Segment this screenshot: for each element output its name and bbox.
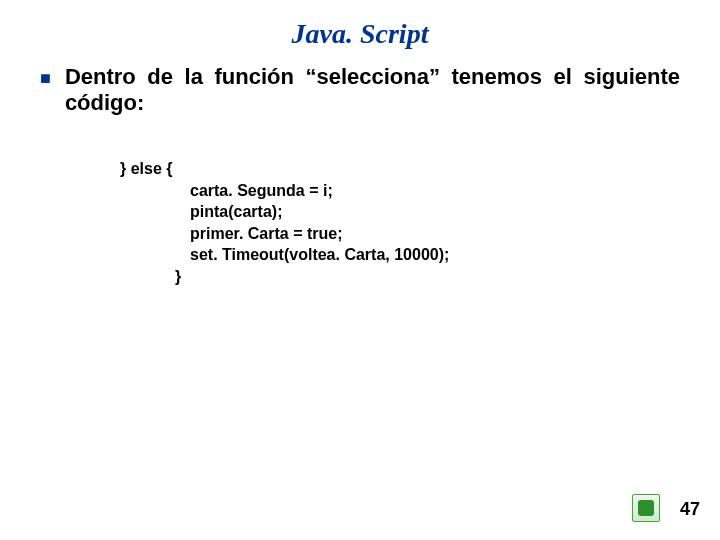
slide-title: Java. Script	[0, 0, 720, 50]
code-line-open: } else {	[120, 158, 680, 180]
code-line: carta. Segunda = i;	[190, 180, 680, 202]
code-line: primer. Carta = true;	[190, 223, 680, 245]
bullet-item: ■ Dentro de la función “selecciona” tene…	[40, 64, 680, 116]
page-number: 47	[680, 499, 700, 520]
code-line: set. Timeout(voltea. Carta, 10000);	[190, 244, 680, 266]
code-block: } else { carta. Segunda = i; pinta(carta…	[120, 158, 680, 288]
code-line: pinta(carta);	[190, 201, 680, 223]
code-line-close: }	[175, 266, 680, 288]
bullet-text: Dentro de la función “selecciona” tenemo…	[65, 64, 680, 116]
slide: Java. Script ■ Dentro de la función “sel…	[0, 0, 720, 540]
bullet-icon: ■	[40, 64, 51, 92]
footer-logo-icon	[632, 494, 660, 522]
slide-body: ■ Dentro de la función “selecciona” tene…	[0, 50, 720, 288]
